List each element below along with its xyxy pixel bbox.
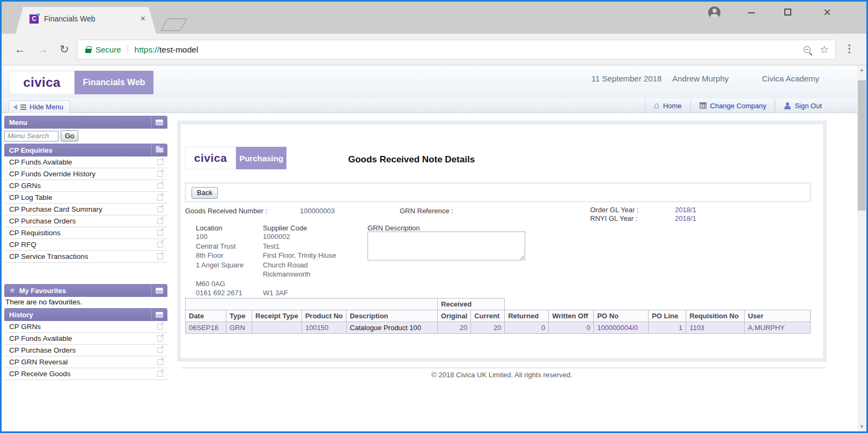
maximize-button[interactable] <box>784 9 791 16</box>
grn-description-input[interactable] <box>367 232 525 260</box>
sidebar-item[interactable]: CP Purchase Orders <box>4 215 167 227</box>
table-group-header-row: Received <box>186 298 811 310</box>
civica-logo: civica <box>9 71 75 94</box>
sidebar-item[interactable]: CP Purchase Card Summary <box>4 204 167 215</box>
zoom-icon[interactable] <box>804 46 811 53</box>
open-in-window-icon[interactable] <box>157 253 163 259</box>
back-icon[interactable]: ← <box>14 41 26 57</box>
hide-menu-button[interactable]: Hide Menu <box>9 100 70 113</box>
history-header[interactable]: History <box>4 308 167 321</box>
open-in-window-icon[interactable] <box>157 195 163 200</box>
table-cell: 1103 <box>686 322 745 334</box>
sidebar-item[interactable]: CP Funds Override History <box>4 168 167 180</box>
sidebar-item-label: CP RFQ <box>9 241 157 249</box>
undock-menu-button[interactable] <box>151 116 167 128</box>
sidebar-item[interactable]: CP GRNs <box>4 321 167 333</box>
open-folder-button[interactable] <box>151 144 167 156</box>
sidebar-item-label: CP Service Transactions <box>9 252 157 260</box>
address-bar[interactable]: Secure https:// test-model ☆ <box>77 40 836 59</box>
change-company-button[interactable]: Change Company <box>690 99 775 113</box>
table-header-cell: Requisition No <box>686 310 745 322</box>
header-user: Andrew Murphy <box>672 74 729 83</box>
sidebar-item[interactable]: CP Purchase Orders <box>4 345 167 356</box>
open-in-window-icon[interactable] <box>157 359 163 365</box>
sign-out-button[interactable]: Sign Out <box>775 99 830 113</box>
open-in-window-icon[interactable] <box>157 183 163 189</box>
open-in-window-icon[interactable] <box>157 159 163 165</box>
requisition-number-link[interactable]: 1103 <box>689 324 704 332</box>
sidebar-item-label: CP Purchase Orders <box>9 346 157 354</box>
header-date: 11 September 2018 <box>592 74 662 83</box>
lock-icon <box>85 49 91 53</box>
sidebar-item-label: CP Log Table <box>9 193 157 201</box>
undock-history-button[interactable] <box>151 309 167 320</box>
undock-favourites-button[interactable] <box>151 285 167 296</box>
cp-enquiries-header[interactable]: CP Enquiries <box>4 144 167 156</box>
url-scheme: https:// <box>135 45 160 55</box>
home-button[interactable]: ⌂ Home <box>645 99 690 113</box>
browser-navbar: ← → ↻ Secure https:// test-model ☆ ⋮ <box>2 34 866 65</box>
sidebar-item[interactable]: CP Log Table <box>4 192 167 204</box>
scroll-up-icon[interactable]: ▲ <box>857 65 866 74</box>
address-line: M60 0AG <box>196 279 260 289</box>
open-in-window-icon[interactable] <box>157 347 163 353</box>
toolbar-actions: ⌂ Home Change Company Sign Out <box>645 99 830 113</box>
sidebar-item[interactable]: CP Receive Goods <box>4 368 167 380</box>
window-icon <box>156 288 163 294</box>
open-in-window-icon[interactable] <box>157 171 163 177</box>
browser-titlebar: C Financials Web × × <box>2 2 866 34</box>
sidebar-item-label: CP Funds Available <box>9 334 157 342</box>
secure-label[interactable]: Secure <box>95 45 121 54</box>
browser-tab[interactable]: C Financials Web × <box>16 7 156 34</box>
collapse-arrow-icon <box>13 104 17 110</box>
sidebar-item[interactable]: CP Service Transactions <box>4 251 167 263</box>
grn-number-label: Goods Received Number : <box>185 207 267 215</box>
bookmark-star-icon[interactable]: ☆ <box>820 43 829 56</box>
open-in-window-icon[interactable] <box>157 371 163 377</box>
home-icon: ⌂ <box>654 102 659 109</box>
open-in-window-icon[interactable] <box>157 335 163 341</box>
browser-menu-icon[interactable]: ⋮ <box>844 42 855 55</box>
page-scrollbar[interactable]: ▲ ▼ <box>857 65 866 431</box>
refresh-icon[interactable]: ↻ <box>60 41 69 57</box>
sidebar-item-label: CP Purchase Orders <box>9 217 157 225</box>
supplier-code-label: Supplier Code <box>263 224 307 232</box>
group-header-spacer <box>186 298 438 310</box>
open-in-window-icon[interactable] <box>157 206 163 212</box>
sidebar-item[interactable]: CP GRNs <box>4 180 167 192</box>
back-button[interactable]: Back <box>192 187 218 199</box>
menu-search-input[interactable] <box>4 131 58 141</box>
sidebar-item-label: CP Requisitions <box>9 229 157 237</box>
new-tab-button[interactable] <box>160 18 188 31</box>
scrollbar-thumb[interactable] <box>858 80 866 211</box>
address-line: W1 3AF <box>263 288 365 298</box>
location-label: Location <box>196 224 222 232</box>
my-favourites-header[interactable]: ★ My Favourites <box>4 284 167 297</box>
profile-avatar-icon[interactable] <box>708 6 720 19</box>
table-header-cell: PO Line <box>649 310 686 322</box>
sidebar-item[interactable]: CP Requisitions <box>4 227 167 239</box>
app-logo: civica Financials Web <box>9 71 153 94</box>
tab-close-icon[interactable]: × <box>141 14 145 24</box>
table-cell: 0 <box>549 322 594 334</box>
menu-search-go-button[interactable]: Go <box>61 130 78 141</box>
sidebar-item-label: CP Funds Available <box>9 158 157 166</box>
sidebar-item[interactable]: CP GRN Reversal <box>4 356 167 368</box>
address-line: 8th Floor <box>196 251 260 260</box>
open-in-window-icon[interactable] <box>157 230 163 236</box>
sidebar-item[interactable]: CP RFQ <box>4 239 167 251</box>
open-in-window-icon[interactable] <box>157 242 163 248</box>
open-in-window-icon[interactable] <box>157 218 163 224</box>
sidebar-item[interactable]: CP Funds Available <box>4 333 167 345</box>
close-window-button[interactable]: × <box>823 3 831 21</box>
sidebar-item[interactable]: CP Funds Available <box>4 156 167 168</box>
address-line: Test1 <box>263 242 365 251</box>
open-in-window-icon[interactable] <box>157 324 163 330</box>
minimize-button[interactable] <box>748 12 755 13</box>
po-number-link[interactable]: 100000004/0 <box>597 324 638 332</box>
window-icon <box>156 312 163 318</box>
location-address: 100Central Trust8th Floor1 Angel SquareM… <box>196 232 260 298</box>
content-panel: civica Purchasing Goods Received Note De… <box>177 121 827 362</box>
building-icon <box>700 102 707 109</box>
scroll-down-icon[interactable]: ▼ <box>857 422 866 431</box>
